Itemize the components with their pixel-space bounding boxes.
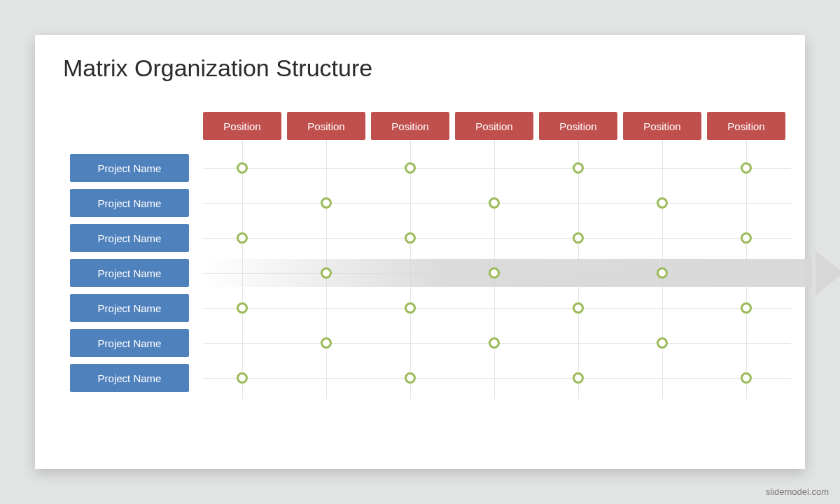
marker-icon — [489, 267, 500, 279]
marker-icon — [657, 267, 668, 279]
slide-title: Matrix Organization Structure — [63, 55, 372, 82]
marker-icon — [405, 302, 416, 314]
marker-icon — [405, 232, 416, 244]
grid-hline — [203, 378, 791, 379]
column-header: Position — [287, 112, 365, 140]
column-header: Position — [623, 112, 701, 140]
column-header: Position — [371, 112, 449, 140]
marker-icon — [405, 372, 416, 384]
column-headers: Position Position Position Position Posi… — [203, 112, 785, 140]
marker-icon — [321, 197, 332, 209]
marker-icon — [237, 302, 248, 314]
marker-icon — [741, 232, 752, 244]
marker-icon — [741, 372, 752, 384]
marker-icon — [573, 232, 584, 244]
marker-icon — [657, 337, 668, 349]
row-header: Project Name — [70, 189, 189, 217]
marker-icon — [321, 337, 332, 349]
grid-hline — [203, 238, 791, 239]
row-header: Project Name — [70, 329, 189, 357]
marker-icon — [237, 162, 248, 174]
marker-icon — [237, 232, 248, 244]
column-header: Position — [707, 112, 785, 140]
grid-hline — [203, 308, 791, 309]
marker-icon — [741, 162, 752, 174]
column-header: Position — [455, 112, 533, 140]
marker-icon — [741, 302, 752, 314]
marker-icon — [321, 267, 332, 279]
column-header: Position — [539, 112, 617, 140]
marker-icon — [573, 162, 584, 174]
row-header: Project Name — [70, 224, 189, 252]
row-headers: Project Name Project Name Project Name P… — [70, 154, 189, 392]
marker-icon — [573, 302, 584, 314]
row-header: Project Name — [70, 364, 189, 392]
marker-icon — [573, 372, 584, 384]
marker-icon — [405, 162, 416, 174]
row-header: Project Name — [70, 154, 189, 182]
marker-icon — [489, 337, 500, 349]
attribution-text: slidemodel.com — [766, 486, 829, 497]
slide-canvas: Matrix Organization Structure Position P… — [35, 35, 805, 469]
column-header: Position — [203, 112, 281, 140]
marker-icon — [657, 197, 668, 209]
highlight-arrow — [203, 259, 840, 287]
arrow-body — [203, 259, 812, 287]
marker-icon — [237, 372, 248, 384]
row-header: Project Name — [70, 259, 189, 287]
marker-icon — [489, 197, 500, 209]
row-header: Project Name — [70, 294, 189, 322]
grid-hline — [203, 168, 791, 169]
arrow-head-icon — [816, 251, 840, 295]
